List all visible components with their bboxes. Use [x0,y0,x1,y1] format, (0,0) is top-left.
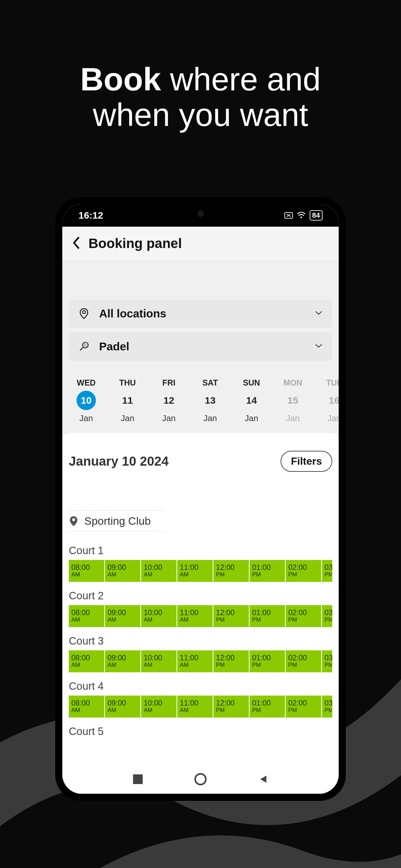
racket-icon [79,341,89,352]
svg-point-2 [83,311,86,314]
app-header: Booking panel [62,227,339,260]
date-number: 15 [283,391,303,410]
recents-button[interactable] [133,774,143,784]
court-label: Court 3 [69,635,332,647]
slot-ampm: AM [144,571,176,578]
time-slot[interactable]: 11:00AM [177,695,213,717]
slot-time: 12:00 [216,654,249,662]
time-slot[interactable]: 01:00PM [250,605,285,627]
date-item[interactable]: SAT13Jan [189,378,231,423]
time-slot[interactable]: 10:00AM [141,650,177,672]
date-item[interactable]: FRI12Jan [148,378,189,423]
time-slot[interactable]: 01:00PM [250,560,285,582]
slot-ampm: PM [325,571,332,578]
time-slot[interactable]: 12:00PM [213,605,249,627]
sport-label: Padel [99,340,129,353]
slot-time: 03:00 [325,564,332,571]
time-slot[interactable]: 10:00AM [141,695,177,717]
time-slot[interactable]: 08:00AM [69,560,104,582]
chevron-down-icon [315,311,322,316]
date-strip[interactable]: WED10JanTHU11JanFRI12JanSAT13JanSUN14Jan… [62,368,339,430]
slot-ampm: AM [71,571,104,578]
slot-time: 02:00 [288,654,321,662]
time-slot[interactable]: 02:00PM [286,560,321,582]
date-number: 11 [118,391,137,410]
date-item[interactable]: SUN14Jan [231,378,272,423]
slot-time: 12:00 [216,564,249,571]
date-number: 16 [325,391,339,410]
time-slot[interactable]: 08:00AM [69,605,104,627]
time-slot[interactable]: 10:00AM [141,605,177,627]
date-item[interactable]: WED10Jan [66,378,107,423]
time-slot[interactable]: 11:00AM [177,560,213,582]
slot-time: 01:00 [252,700,285,707]
date-month: Jan [231,413,272,423]
home-button[interactable] [194,773,207,785]
time-slot[interactable]: 03:00PM [322,695,332,717]
back-nav-button[interactable] [258,774,268,784]
date-item[interactable]: THU11Jan [107,378,148,423]
filters-button[interactable]: Filters [281,451,332,472]
time-slot[interactable]: 03:00PM [322,560,332,582]
slot-ampm: AM [71,616,104,624]
date-item[interactable]: TUE16Jan [313,378,339,423]
date-month: Jan [107,413,148,423]
slot-time: 09:00 [107,654,140,662]
venue-row[interactable]: Sporting Club [69,510,164,531]
back-button[interactable] [72,237,81,251]
time-slot[interactable]: 02:00PM [286,605,321,627]
slot-time: 10:00 [144,609,176,616]
slot-ampm: AM [180,571,212,578]
date-weekday: SAT [189,378,231,388]
date-weekday: TUE [313,378,339,388]
slot-ampm: PM [216,707,249,714]
time-slot[interactable]: 01:00PM [250,650,285,672]
time-slot[interactable]: 03:00PM [322,605,332,627]
time-slot[interactable]: 11:00AM [177,650,213,672]
slot-time: 08:00 [71,609,104,616]
slot-time: 03:00 [325,700,332,707]
slot-ampm: PM [252,662,285,669]
date-weekday: MON [272,378,313,388]
slot-ampm: PM [325,707,332,714]
date-number: 10 [76,391,96,410]
wifi-icon [297,210,306,221]
booking-content: January 10 2024 Filters Sporting Club Co… [62,433,339,794]
time-slot[interactable]: 03:00PM [322,650,332,672]
court-label: Court 2 [69,590,332,602]
location-dropdown[interactable]: All locations [69,299,332,328]
time-slot[interactable]: 08:00AM [69,695,104,717]
slot-time: 08:00 [71,564,104,571]
headline-line2: when you want [93,97,308,133]
time-slot[interactable]: 02:00PM [286,695,321,717]
time-slot[interactable]: 12:00PM [213,650,249,672]
android-nav-bar [62,765,339,794]
time-slot[interactable]: 11:00AM [177,605,213,627]
location-pin-icon [79,308,89,319]
court-block: Court 208:00AM09:00AM10:00AM11:00AM12:00… [69,590,332,627]
time-slot[interactable]: 12:00PM [213,560,249,582]
time-slot[interactable]: 10:00AM [141,560,177,582]
slot-time: 12:00 [216,609,249,616]
slot-ampm: PM [216,662,249,669]
slot-ampm: AM [107,707,140,714]
time-slot[interactable]: 09:00AM [105,695,141,717]
time-slot[interactable]: 12:00PM [213,695,249,717]
time-slot[interactable]: 02:00PM [286,650,321,672]
phone-frame: 16:12 84 Booking panel Al [55,197,346,801]
slot-ampm: AM [180,662,212,669]
time-slot[interactable]: 09:00AM [105,560,141,582]
time-slot[interactable]: 01:00PM [250,695,285,717]
court-label: Court 4 [69,680,332,692]
venue-name: Sporting Club [84,515,151,527]
time-slot[interactable]: 09:00AM [105,605,141,627]
location-pin-icon [69,516,79,527]
slot-ampm: AM [180,707,212,714]
slot-time: 12:00 [216,700,249,707]
time-slot[interactable]: 09:00AM [105,650,141,672]
slot-ampm: AM [144,662,176,669]
sport-dropdown[interactable]: Padel [69,332,332,361]
time-slot[interactable]: 08:00AM [69,650,104,672]
date-weekday: FRI [148,378,189,388]
date-item[interactable]: MON15Jan [272,378,313,423]
